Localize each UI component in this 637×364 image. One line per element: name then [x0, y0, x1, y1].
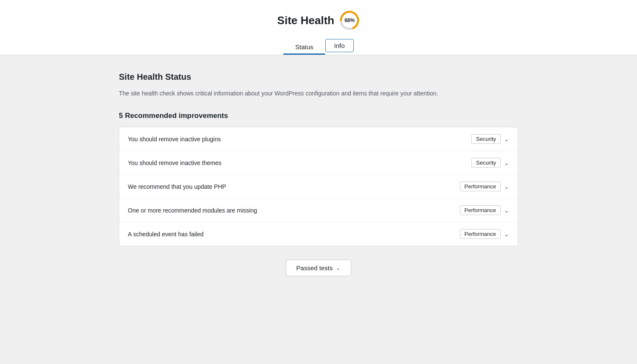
progress-ring: 68%: [339, 10, 360, 31]
progress-label: 68%: [344, 17, 355, 23]
issue-right-update-php: Performance ⌄: [460, 182, 509, 191]
issue-right-missing-modules: Performance ⌄: [460, 205, 509, 215]
improvements-heading: 5 Recommended improvements: [119, 112, 518, 120]
issue-list: You should remove inactive plugins Secur…: [119, 127, 518, 246]
header: Site Health 68% Status Info: [0, 0, 637, 55]
section-title: Site Health Status: [119, 72, 518, 82]
passed-tests-wrapper: Passed tests ⌄: [119, 260, 518, 276]
issue-row-scheduled-event[interactable]: A scheduled event has failed Performance…: [119, 222, 518, 246]
chevron-down-icon-5: ⌄: [504, 231, 509, 238]
issue-row-inactive-themes[interactable]: You should remove inactive themes Securi…: [119, 151, 518, 175]
issue-label-inactive-plugins: You should remove inactive plugins: [128, 136, 221, 143]
issue-label-update-php: We recommend that you update PHP: [128, 183, 226, 190]
badge-security-2: Security: [471, 158, 501, 168]
title-row: Site Health 68%: [277, 10, 360, 31]
section-description: The site health check shows critical inf…: [119, 89, 518, 98]
chevron-down-icon-2: ⌄: [504, 160, 509, 166]
tab-info[interactable]: Info: [325, 39, 354, 52]
issue-label-missing-modules: One or more recommended modules are miss…: [128, 207, 257, 214]
issue-row-update-php[interactable]: We recommend that you update PHP Perform…: [119, 175, 518, 199]
badge-security-1: Security: [471, 134, 501, 144]
badge-performance-3: Performance: [460, 229, 501, 239]
issue-row-missing-modules[interactable]: One or more recommended modules are miss…: [119, 199, 518, 222]
chevron-down-icon-passed: ⌄: [336, 265, 341, 271]
issue-right-scheduled-event: Performance ⌄: [460, 229, 509, 239]
issue-label-inactive-themes: You should remove inactive themes: [128, 160, 222, 166]
tabs: Status Info: [283, 39, 354, 55]
issue-row-inactive-plugins[interactable]: You should remove inactive plugins Secur…: [119, 127, 518, 151]
passed-tests-button[interactable]: Passed tests ⌄: [286, 260, 352, 276]
passed-tests-label: Passed tests: [296, 264, 333, 272]
chevron-down-icon-3: ⌄: [504, 183, 509, 190]
tab-status[interactable]: Status: [283, 39, 325, 55]
issue-right-inactive-themes: Security ⌄: [471, 158, 509, 168]
page-title: Site Health: [277, 14, 334, 27]
badge-performance-1: Performance: [460, 182, 501, 191]
issue-label-scheduled-event: A scheduled event has failed: [128, 231, 203, 238]
chevron-down-icon-1: ⌄: [504, 136, 509, 143]
badge-performance-2: Performance: [460, 205, 501, 215]
issue-right-inactive-plugins: Security ⌄: [471, 134, 509, 144]
chevron-down-icon-4: ⌄: [504, 207, 509, 214]
main-content: Site Health Status The site health check…: [110, 55, 527, 293]
